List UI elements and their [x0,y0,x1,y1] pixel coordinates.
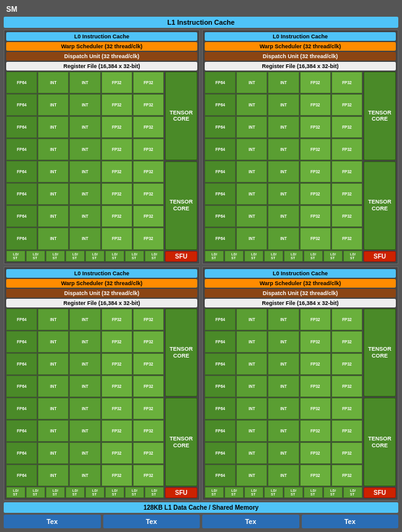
left-compute-q2: FP64 INT INT FP32 FP32 FP64 INT INT FP32… [205,72,362,262]
sm-title: SM [4,4,20,15]
int-cell: INT [236,465,267,486]
right-compute-q1: TENSORCORE TENSORCORE SFU [165,72,197,262]
int-cell: INT [38,205,69,227]
tex-unit-2: Tex [103,515,200,528]
int-cell: INT [236,94,267,116]
int-cell: INT [38,375,69,397]
tensor-core-1-q2: TENSORCORE [364,72,396,160]
fp32-cell: FP32 [331,398,362,419]
ld-st-cell: LD/ST [145,251,164,262]
int-cell: INT [236,116,267,138]
l1-data-cache: 128KB L1 Data Cache / Shared Memory [4,502,398,513]
fp64-cell: FP64 [205,183,236,205]
fp32-cell: FP32 [101,465,132,486]
ld-st-cell: LD/ST [6,251,25,262]
fp32-cell: FP32 [101,116,132,138]
ld-st-row-q2: LD/ST LD/ST LD/ST LD/ST LD/ST LD/ST LD/S… [205,251,362,262]
cu-row-7: FP64 INT INT FP32 FP32 [6,205,164,227]
fp32-cell: FP32 [101,139,132,160]
ld-st-row-q4: LD/ST LD/ST LD/ST LD/ST LD/ST LD/ST LD/S… [205,487,362,498]
quad-grid: L0 Instruction Cache Warp Scheduler (32 … [4,30,398,500]
fp32-cell: FP32 [133,442,164,464]
fp64-cell: FP64 [6,420,37,442]
fp64-cell: FP64 [205,228,236,249]
compute-area-q4: FP64 INT INT FP32 FP32 FP64 INT INT FP32… [205,309,396,499]
ld-st-cell: LD/ST [105,487,124,498]
ld-st-cell: LD/ST [66,487,85,498]
fp64-cell: FP64 [205,139,236,160]
fp64-cell: FP64 [205,442,236,464]
fp64-cell: FP64 [205,375,236,397]
int-cell: INT [236,228,267,249]
int-cell: INT [38,442,69,464]
warp-scheduler-q1: Warp Scheduler (32 thread/clk) [6,42,197,51]
fp32-cell: FP32 [101,72,132,93]
int-cell: INT [268,94,299,116]
fp32-cell: FP32 [101,331,132,353]
int-cell: INT [236,161,267,182]
int-cell: INT [268,228,299,249]
register-file-q3: Register File (16,384 x 32-bit) [6,299,197,307]
fp32-cell: FP32 [300,205,331,227]
fp64-cell: FP64 [6,161,37,182]
ld-st-cell: LD/ST [343,487,362,498]
fp64-cell: FP64 [205,331,236,353]
fp64-cell: FP64 [6,94,37,116]
fp32-cell: FP32 [101,228,132,249]
fp32-cell: FP32 [133,228,164,249]
int-cell: INT [38,353,69,375]
int-cell: INT [236,205,267,227]
int-cell: INT [69,331,100,353]
ld-st-cell: LD/ST [225,251,244,262]
int-cell: INT [268,183,299,205]
fp32-cell: FP32 [300,161,331,182]
fp64-cell: FP64 [6,331,37,353]
int-cell: INT [236,375,267,397]
fp64-cell: FP64 [6,72,37,93]
left-compute-q4: FP64 INT INT FP32 FP32 FP64 INT INT FP32… [205,309,362,499]
cu-row-6: FP64 INT INT FP32 FP32 [6,183,164,205]
fp32-cell: FP32 [101,161,132,182]
fp32-cell: FP32 [101,420,132,442]
int-cell: INT [38,94,69,116]
int-cell: INT [268,331,299,353]
ld-st-cell: LD/ST [264,487,283,498]
l0-cache-q1: L0 Instruction Cache [6,32,197,41]
int-cell: INT [38,116,69,138]
tensor-core-2-q2: TENSORCORE [364,161,396,250]
ld-st-cell: LD/ST [244,251,263,262]
fp64-cell: FP64 [6,398,37,419]
ld-st-row-q3: LD/ST LD/ST LD/ST LD/ST LD/ST LD/ST LD/S… [6,487,164,498]
sfu-q3: SFU [165,487,197,498]
fp32-cell: FP32 [300,116,331,138]
tex-unit-4: Tex [302,515,399,528]
int-cell: INT [69,420,100,442]
ld-st-cell: LD/ST [323,487,343,498]
ld-st-cell: LD/ST [26,251,45,262]
fp32-cell: FP32 [331,228,362,249]
fp32-cell: FP32 [300,72,331,93]
l0-cache-q3: L0 Instruction Cache [6,269,197,278]
int-cell: INT [268,375,299,397]
int-cell: INT [69,116,100,138]
fp32-cell: FP32 [133,183,164,205]
quadrant-4: L0 Instruction Cache Warp Scheduler (32 … [202,267,398,501]
fp32-cell: FP32 [300,183,331,205]
fp64-cell: FP64 [6,183,37,205]
warp-scheduler-q4: Warp Scheduler (32 thread/clk) [205,279,396,288]
fp32-cell: FP32 [300,442,331,464]
int-cell: INT [69,309,100,330]
fp32-cell: FP32 [331,183,362,205]
int-cell: INT [38,161,69,182]
ld-st-cell: LD/ST [26,487,45,498]
fp64-cell: FP64 [205,420,236,442]
fp32-cell: FP32 [133,72,164,93]
fp64-cell: FP64 [205,309,236,330]
tensor-core-1-q3: TENSORCORE [165,309,197,397]
sm-container: SM L1 Instruction Cache L0 Instruction C… [0,0,402,532]
ld-st-cell: LD/ST [205,487,224,498]
int-cell: INT [236,72,267,93]
cu-row-8: FP64 INT INT FP32 FP32 [6,228,164,249]
fp64-cell: FP64 [6,205,37,227]
int-cell: INT [236,139,267,160]
